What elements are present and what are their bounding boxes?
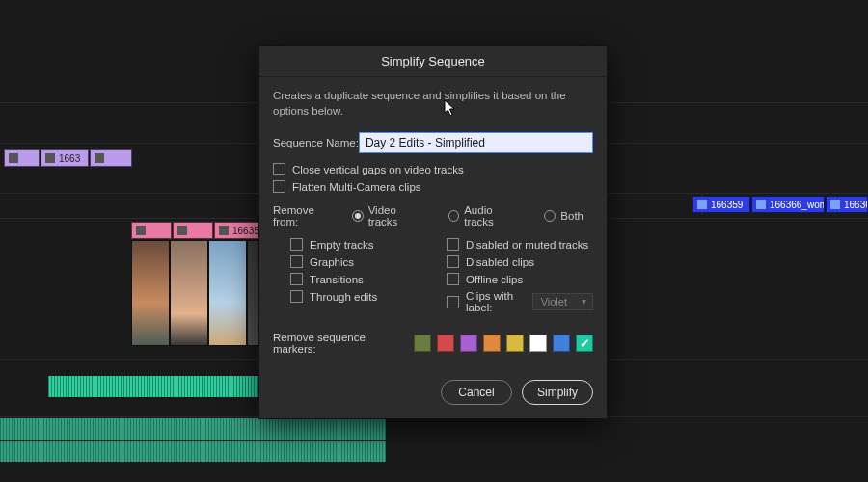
checkbox-label: Disabled clips bbox=[466, 256, 534, 268]
radio-both[interactable]: Both bbox=[544, 210, 583, 222]
dialog-description: Creates a duplicate sequence and simplif… bbox=[273, 89, 593, 119]
through-edits-checkbox[interactable]: Through edits bbox=[290, 290, 437, 303]
offline-clips-checkbox[interactable]: Offline clips bbox=[447, 273, 593, 285]
checkbox-label: Transitions bbox=[310, 274, 364, 285]
cancel-button[interactable]: Cancel bbox=[441, 380, 512, 405]
clip-blue-3[interactable]: 166369 bbox=[826, 196, 868, 213]
clip-blue-2[interactable]: 166366_woma bbox=[751, 196, 825, 213]
transitions-checkbox[interactable]: Transitions bbox=[290, 273, 437, 285]
checkbox-label: Flatten Multi-Camera clips bbox=[292, 181, 421, 193]
radio-label: Both bbox=[560, 210, 583, 222]
checkbox-label: Through edits bbox=[310, 291, 377, 303]
checkbox-label: Disabled or muted tracks bbox=[466, 239, 588, 251]
marker-color-swatches bbox=[414, 335, 593, 352]
marker-swatch[interactable] bbox=[506, 335, 524, 352]
disabled-muted-checkbox[interactable]: Disabled or muted tracks bbox=[447, 238, 593, 251]
simplify-sequence-dialog: Simplify Sequence Creates a duplicate se… bbox=[258, 45, 608, 419]
remove-markers-label: Remove sequence markers: bbox=[273, 332, 404, 355]
empty-tracks-checkbox[interactable]: Empty tracks bbox=[290, 238, 437, 251]
remove-from-label: Remove from: bbox=[273, 204, 340, 228]
clip-label: 166369 bbox=[844, 200, 868, 210]
clip-label: 166359 bbox=[711, 200, 743, 210]
marker-swatch[interactable] bbox=[553, 335, 570, 352]
radio-audio-tracks[interactable]: Audio tracks bbox=[448, 204, 524, 228]
dialog-title: Simplify Sequence bbox=[259, 46, 607, 77]
marker-swatch[interactable] bbox=[414, 335, 431, 352]
clip-pink-3[interactable]: 166353 bbox=[214, 222, 264, 239]
close-vertical-gaps-checkbox[interactable]: Close vertical gaps on video tracks bbox=[273, 163, 593, 175]
clip-violet[interactable]: 1663 bbox=[41, 149, 89, 167]
radio-video-tracks[interactable]: Video tracks bbox=[352, 204, 427, 228]
sequence-name-label: Sequence Name: bbox=[273, 137, 359, 148]
checkbox-label: Empty tracks bbox=[310, 239, 373, 251]
marker-swatch[interactable] bbox=[576, 335, 593, 352]
clip-label-select[interactable]: Violet bbox=[532, 293, 593, 310]
clip-label: 1663 bbox=[59, 153, 80, 164]
simplify-button[interactable]: Simplify bbox=[522, 380, 593, 405]
clips-with-label-checkbox[interactable]: Clips with label: Violet bbox=[447, 290, 593, 313]
radio-label: Audio tracks bbox=[464, 204, 523, 228]
marker-swatch[interactable] bbox=[437, 335, 454, 352]
checkbox-label: Clips with label: bbox=[466, 290, 527, 313]
sequence-name-input[interactable] bbox=[359, 132, 593, 153]
audio-clip-2b[interactable] bbox=[0, 441, 386, 462]
radio-label: Video tracks bbox=[368, 204, 427, 228]
clip-pink-1[interactable] bbox=[131, 222, 172, 239]
checkbox-label: Close vertical gaps on video tracks bbox=[292, 164, 464, 175]
clip-violet-2[interactable] bbox=[90, 149, 132, 167]
graphics-checkbox[interactable]: Graphics bbox=[290, 255, 437, 268]
clip-violet-small[interactable] bbox=[4, 149, 40, 167]
disabled-clips-checkbox[interactable]: Disabled clips bbox=[447, 255, 593, 268]
clip-label: 166366_woma bbox=[770, 200, 825, 210]
clip-blue-1[interactable]: 166359 bbox=[692, 196, 750, 213]
checkbox-label: Offline clips bbox=[466, 274, 523, 285]
marker-swatch[interactable] bbox=[483, 335, 501, 352]
checkbox-label: Graphics bbox=[310, 256, 354, 268]
marker-swatch[interactable] bbox=[460, 335, 477, 352]
clip-pink-2[interactable] bbox=[173, 222, 213, 239]
marker-swatch[interactable] bbox=[529, 335, 547, 352]
flatten-multicam-checkbox[interactable]: Flatten Multi-Camera clips bbox=[273, 180, 593, 193]
audio-clip-2[interactable]: %20Artist.wav bbox=[0, 418, 386, 440]
